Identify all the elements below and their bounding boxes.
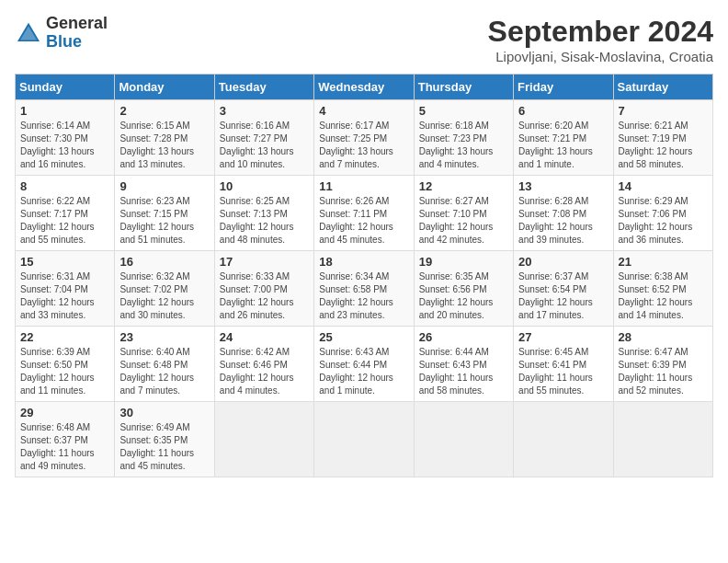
day-cell-19: 19 Sunrise: 6:35 AMSunset: 6:56 PMDaylig… [414,251,513,327]
empty-cell-5 [613,402,712,477]
empty-cell-3 [414,402,513,477]
week-row-2: 8 Sunrise: 6:22 AMSunset: 7:17 PMDayligh… [16,176,713,251]
empty-cell-2 [314,402,414,477]
day-cell-28: 28 Sunrise: 6:47 AMSunset: 6:39 PMDaylig… [613,327,712,402]
day-cell-20: 20 Sunrise: 6:37 AMSunset: 6:54 PMDaylig… [514,251,613,327]
day-cell-4: 4 Sunrise: 6:17 AMSunset: 7:25 PMDayligh… [314,100,414,176]
week-row-5: 29 Sunrise: 6:48 AMSunset: 6:37 PMDaylig… [16,402,713,477]
calendar-table: Sunday Monday Tuesday Wednesday Thursday… [15,74,713,477]
header-saturday: Saturday [613,75,712,100]
header-wednesday: Wednesday [314,75,414,100]
empty-cell-1 [214,402,313,477]
day-cell-29: 29 Sunrise: 6:48 AMSunset: 6:37 PMDaylig… [16,402,115,477]
day-cell-21: 21 Sunrise: 6:38 AMSunset: 6:52 PMDaylig… [613,251,712,327]
day-cell-6: 6 Sunrise: 6:20 AMSunset: 7:21 PMDayligh… [514,100,613,176]
day-headers-row: Sunday Monday Tuesday Wednesday Thursday… [16,75,713,100]
header-thursday: Thursday [414,75,513,100]
day-cell-12: 12 Sunrise: 6:27 AMSunset: 7:10 PMDaylig… [414,176,513,251]
day-cell-11: 11 Sunrise: 6:26 AMSunset: 7:11 PMDaylig… [314,176,414,251]
day-cell-24: 24 Sunrise: 6:42 AMSunset: 6:46 PMDaylig… [214,327,313,402]
day-cell-25: 25 Sunrise: 6:43 AMSunset: 6:44 PMDaylig… [314,327,414,402]
day-cell-30: 30 Sunrise: 6:49 AMSunset: 6:35 PMDaylig… [115,402,214,477]
calendar-title: September 2024 [488,15,713,49]
logo-icon [15,19,42,47]
header-sunday: Sunday [16,75,115,100]
day-cell-8: 8 Sunrise: 6:22 AMSunset: 7:17 PMDayligh… [16,176,115,251]
logo-general-text: General [46,15,108,33]
day-cell-18: 18 Sunrise: 6:34 AMSunset: 6:58 PMDaylig… [314,251,414,327]
day-cell-23: 23 Sunrise: 6:40 AMSunset: 6:48 PMDaylig… [115,327,214,402]
day-cell-26: 26 Sunrise: 6:44 AMSunset: 6:43 PMDaylig… [414,327,513,402]
calendar-subtitle: Lipovljani, Sisak-Moslavina, Croatia [488,49,713,64]
header-monday: Monday [115,75,214,100]
day-cell-1: 1 Sunrise: 6:14 AMSunset: 7:30 PMDayligh… [16,100,115,176]
day-cell-27: 27 Sunrise: 6:45 AMSunset: 6:41 PMDaylig… [514,327,613,402]
week-row-3: 15 Sunrise: 6:31 AMSunset: 7:04 PMDaylig… [16,251,713,327]
empty-cell-4 [514,402,613,477]
page-header: General Blue September 2024 Lipovljani, … [15,15,713,64]
day-cell-9: 9 Sunrise: 6:23 AMSunset: 7:15 PMDayligh… [115,176,214,251]
day-cell-14: 14 Sunrise: 6:29 AMSunset: 7:06 PMDaylig… [613,176,712,251]
day-cell-3: 3 Sunrise: 6:16 AMSunset: 7:27 PMDayligh… [214,100,313,176]
day-cell-13: 13 Sunrise: 6:28 AMSunset: 7:08 PMDaylig… [514,176,613,251]
day-cell-16: 16 Sunrise: 6:32 AMSunset: 7:02 PMDaylig… [115,251,214,327]
day-cell-10: 10 Sunrise: 6:25 AMSunset: 7:13 PMDaylig… [214,176,313,251]
week-row-4: 22 Sunrise: 6:39 AMSunset: 6:50 PMDaylig… [16,327,713,402]
week-row-1: 1 Sunrise: 6:14 AMSunset: 7:30 PMDayligh… [16,100,713,176]
day-cell-17: 17 Sunrise: 6:33 AMSunset: 7:00 PMDaylig… [214,251,313,327]
header-friday: Friday [514,75,613,100]
logo: General Blue [15,15,108,52]
day-cell-5: 5 Sunrise: 6:18 AMSunset: 7:23 PMDayligh… [414,100,513,176]
day-cell-22: 22 Sunrise: 6:39 AMSunset: 6:50 PMDaylig… [16,327,115,402]
title-area: September 2024 Lipovljani, Sisak-Moslavi… [488,15,713,64]
logo-blue-text: Blue [46,33,108,52]
day-cell-15: 15 Sunrise: 6:31 AMSunset: 7:04 PMDaylig… [16,251,115,327]
day-cell-2: 2 Sunrise: 6:15 AMSunset: 7:28 PMDayligh… [115,100,214,176]
day-cell-7: 7 Sunrise: 6:21 AMSunset: 7:19 PMDayligh… [613,100,712,176]
header-tuesday: Tuesday [214,75,313,100]
